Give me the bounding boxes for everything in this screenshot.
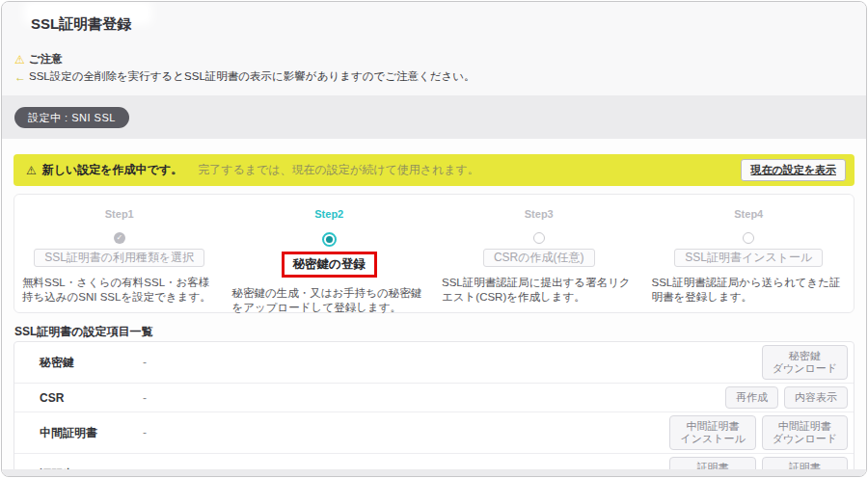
step-4-column: Step4 SSL証明書インストール SSL証明書認証局から送られてきた証明書を… [644,195,854,312]
step-1-label: Step1 [105,208,134,220]
alert-icon: ⚠ [26,164,37,177]
settings-row-private-key: 秘密鍵 - 秘密鍵 ダウンロード [14,342,854,383]
csr-show-content-button[interactable]: 内容表示 [784,386,848,409]
incomplete-step-circle-icon [533,232,545,244]
current-config-bar: 設定中 : SNI SSL [2,95,866,139]
banner-bold-text: 新しい設定を作成中です。 [42,162,182,178]
step-3-label: Step3 [525,208,554,220]
check-circle-icon: ✓ [114,232,125,244]
in-progress-banner: ⚠ 新しい設定を作成中です。 完了するまでは、現在の設定が続けて使用されます。 … [14,154,854,186]
intermediate-cert-install-button[interactable]: 中間証明書 インストール [669,415,755,450]
step-2-title-annotation-highlight: 秘密鍵の登録 [282,252,377,278]
incomplete-step-circle-icon [743,232,754,244]
step-1-description: 無料SSL・さくらの有料SSL・お客様持ち込みのSNI SSLを設定できます。 [20,276,219,305]
step-3-column: Step3 CSRの作成(任意) SSL証明書認証局に提出する署名リクエスト(C… [434,195,644,312]
settings-list-heading: SSL証明書の設定項目一覧 [14,324,153,340]
caution-text: SSL設定の全削除を実行するとSSL証明書の表示に影響がありますのでご注意くださ… [29,69,475,84]
settings-list: 秘密鍵 - 秘密鍵 ダウンロード CSR - 再作成 内容表示 中間証明書 - … [14,341,854,477]
arrow-bullet-icon: ← [14,70,26,84]
row-label: 中間証明書 [40,425,143,441]
step-2-description: 秘密鍵の生成・又はお手持ちの秘密鍵をアップロードして登録します。 [231,286,429,315]
settings-row-intermediate-cert: 中間証明書 - 中間証明書 インストール 中間証明書 ダウンロード [14,412,854,453]
step-4-install-cert-button[interactable]: SSL証明書インストール [674,249,823,267]
step-4-description: SSL証明書認証局から送られてきた証明書を登録します。 [650,276,849,305]
step-2-label: Step2 [314,208,343,220]
row-label: CSR [40,391,143,405]
row-value: - [143,426,669,439]
main-content: ⚠ 新しい設定を作成中です。 完了するまでは、現在の設定が続けて使用されます。 … [2,139,866,473]
step-4-label: Step4 [734,208,763,220]
step-3-create-csr-button[interactable]: CSRの作成(任意) [483,249,595,267]
caution-note: ⚠ ご注意 ← SSL設定の全削除を実行するとSSL証明書の表示に影響があります… [14,52,475,84]
page-title: SSL証明書登録 [31,15,131,34]
warning-triangle-icon: ⚠ [14,54,25,66]
page-bottom-strip [2,469,866,476]
show-current-settings-button[interactable]: 現在の設定を表示 [741,159,846,181]
row-value: - [143,356,762,369]
ssl-certificate-registration-page: SSL証明書登録 ⚠ ご注意 ← SSL設定の全削除を実行するとSSL証明書の表… [1,1,867,477]
steps-panel: Step1 ✓ SSL証明書の利用種類を選択 無料SSL・さくらの有料SSL・お… [14,194,854,313]
step-1-select-type-button[interactable]: SSL証明書の利用種類を選択 [34,249,204,267]
settings-row-csr: CSR - 再作成 内容表示 [14,383,854,412]
intermediate-cert-download-button[interactable]: 中間証明書 ダウンロード [762,415,848,450]
step-3-description: SSL証明書認証局に提出する署名リクエスト(CSR)を作成します。 [440,276,638,305]
page-header: SSL証明書登録 ⚠ ご注意 ← SSL設定の全削除を実行するとSSL証明書の表… [2,2,866,95]
caution-heading: ご注意 [29,52,63,66]
active-step-radio-icon [322,232,337,247]
private-key-download-button[interactable]: 秘密鍵 ダウンロード [762,345,848,380]
csr-recreate-button[interactable]: 再作成 [725,386,778,409]
row-value: - [143,391,725,405]
step-1-column: Step1 ✓ SSL証明書の利用種類を選択 無料SSL・さくらの有料SSL・お… [14,195,225,312]
current-config-badge: 設定中 : SNI SSL [14,107,129,128]
step-2-column: Step2 秘密鍵の登録 秘密鍵の生成・又はお手持ちの秘密鍵をアップロードして登… [225,195,435,312]
row-label: 秘密鍵 [40,355,143,371]
banner-text: 完了するまでは、現在の設定が続けて使用されます。 [198,162,479,178]
